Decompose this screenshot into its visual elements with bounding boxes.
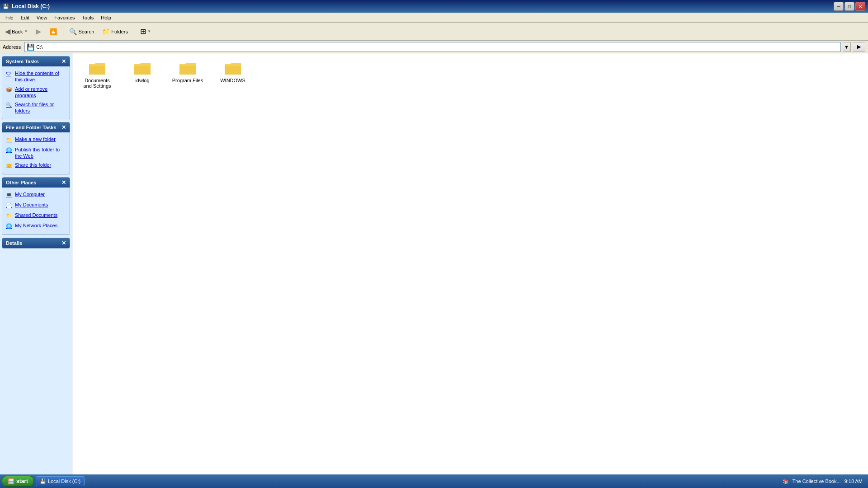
menu-view[interactable]: View (33, 14, 51, 21)
close-button[interactable]: ✕ (855, 2, 865, 11)
go-arrow-icon: ▶ (857, 44, 861, 50)
publish-folder-link[interactable]: 🌐 Publish this folder to the Web (4, 145, 68, 160)
my-network-places-link[interactable]: 🌐 My Network Places (4, 221, 68, 231)
taskbar-open-window[interactable]: 💾 Local Disk (C:) (36, 476, 85, 486)
shield-icon: 🛡 (6, 70, 13, 78)
other-places-panel: Other Places ✕ 💻 My Computer 📄 My Docume… (2, 177, 70, 235)
publish-folder-label: Publish this folder to the Web (15, 146, 66, 160)
title-bar: 💾 Local Disk (C:) ─ □ ✕ (0, 0, 868, 13)
taskbar-right: 📚 The Collective Book... 9:18 AM (783, 479, 866, 484)
search-label: Search (78, 29, 94, 34)
folders-button[interactable]: 📁 Folders (99, 24, 131, 39)
search-files-icon: 🔍 (6, 102, 13, 109)
back-button[interactable]: ◀ Back ▼ (2, 24, 31, 39)
address-input[interactable] (36, 44, 839, 50)
system-tasks-collapse-icon[interactable]: ✕ (61, 58, 66, 65)
shared-documents-link[interactable]: 📁 Shared Documents (4, 211, 68, 221)
window-title: Local Disk (C:) (12, 3, 50, 9)
folder-program-files[interactable]: Program Files (167, 58, 208, 92)
forward-button[interactable]: ▶ (33, 24, 44, 39)
shared-documents-icon: 📁 (6, 212, 13, 220)
details-expand-icon[interactable]: ✕ (61, 240, 66, 246)
menu-help[interactable]: Help (97, 14, 115, 21)
details-title: Details (6, 240, 22, 246)
start-label: start (16, 478, 28, 484)
search-files-label: Search for files or folders (15, 101, 66, 114)
search-icon: 🔍 (69, 28, 77, 35)
taskbar: 🪟 start 💾 Local Disk (C:) 📚 The Collecti… (0, 474, 868, 488)
my-documents-link[interactable]: 📄 My Documents (4, 201, 68, 210)
address-drive-icon: 💾 (27, 43, 34, 51)
taskbar-open-label: Local Disk (C:) (48, 479, 80, 484)
folder-windows[interactable]: WINDOWS (212, 58, 253, 92)
maximize-button[interactable]: □ (844, 2, 854, 11)
my-documents-label: My Documents (15, 202, 48, 208)
menu-bar: File Edit View Favorites Tools Help (0, 13, 868, 23)
toolbar: ◀ Back ▼ ▶ 🔼 🔍 Search 📁 Folders ⊞ ▼ (0, 23, 868, 41)
my-documents-icon: 📄 (6, 202, 13, 209)
main-layout: System Tasks ✕ 🛡 Hide the contents of th… (0, 53, 868, 474)
share-folder-label: Share this folder (15, 162, 51, 168)
menu-tools[interactable]: Tools (79, 14, 98, 21)
make-new-folder-link[interactable]: 📁 Make a new folder (4, 135, 68, 145)
clock: 9:18 AM (844, 479, 863, 484)
views-button[interactable]: ⊞ ▼ (137, 24, 154, 39)
menu-favorites[interactable]: Favorites (51, 14, 78, 21)
address-go-button[interactable]: ▶ (853, 42, 865, 52)
other-places-header[interactable]: Other Places ✕ (2, 178, 70, 188)
minimize-button[interactable]: ─ (834, 2, 844, 11)
window-icon: 💾 (3, 4, 9, 9)
share-icon: 🤝 (6, 162, 13, 169)
hide-contents-link[interactable]: 🛡 Hide the contents of this drive (4, 69, 68, 84)
file-folder-tasks-body: 📁 Make a new folder 🌐 Publish this folde… (2, 132, 70, 174)
folder-icon-program-files (179, 61, 197, 76)
details-panel: Details ✕ (2, 238, 70, 249)
folder-icon-idwlog (133, 61, 151, 76)
taskbar-window-icon: 💾 (40, 479, 46, 484)
menu-edit[interactable]: Edit (17, 14, 33, 21)
system-tasks-title: System Tasks (6, 59, 39, 64)
title-bar-left: 💾 Local Disk (C:) (3, 3, 50, 9)
address-label: Address (3, 44, 21, 50)
tray-text: The Collective Book... (793, 479, 841, 484)
add-remove-programs-link[interactable]: 📦 Add or remove programs (4, 85, 68, 100)
my-computer-label: My Computer (15, 191, 45, 197)
file-folder-tasks-header[interactable]: File and Folder Tasks ✕ (2, 122, 70, 132)
address-dropdown-button[interactable]: ▼ (843, 42, 851, 52)
forward-arrow-icon: ▶ (36, 27, 41, 36)
folder-grid: Documents and Settings idwlog (77, 58, 863, 92)
content-area[interactable]: Documents and Settings idwlog (72, 53, 868, 474)
other-places-body: 💻 My Computer 📄 My Documents 📁 Shared Do… (2, 188, 70, 235)
folder-documents-and-settings[interactable]: Documents and Settings (77, 58, 118, 92)
folder-idwlog[interactable]: idwlog (122, 58, 163, 92)
my-network-places-label: My Network Places (15, 222, 57, 229)
search-button[interactable]: 🔍 Search (66, 24, 97, 39)
system-tasks-panel: System Tasks ✕ 🛡 Hide the contents of th… (2, 56, 70, 119)
folder-label-program-files: Program Files (172, 78, 203, 83)
other-places-collapse-icon[interactable]: ✕ (61, 179, 66, 186)
back-arrow-icon: ◀ (5, 27, 10, 36)
shared-documents-label: Shared Documents (15, 212, 57, 218)
details-header[interactable]: Details ✕ (2, 238, 70, 248)
new-folder-icon: 📁 (6, 136, 13, 144)
my-network-icon: 🌐 (6, 223, 13, 230)
file-folder-tasks-title: File and Folder Tasks (6, 125, 57, 130)
my-computer-link[interactable]: 💻 My Computer (4, 190, 68, 200)
share-folder-link[interactable]: 🤝 Share this folder (4, 161, 68, 170)
make-new-folder-label: Make a new folder (15, 136, 56, 142)
back-label: Back (12, 29, 23, 34)
folders-label: Folders (111, 29, 128, 34)
search-files-link[interactable]: 🔍 Search for files or folders (4, 100, 68, 115)
folders-icon: 📁 (102, 28, 110, 35)
back-dropdown-icon: ▼ (24, 29, 28, 33)
start-button[interactable]: 🪟 start (2, 476, 34, 487)
menu-file[interactable]: File (2, 14, 17, 21)
views-icon: ⊞ (140, 27, 146, 36)
system-tasks-header[interactable]: System Tasks ✕ (2, 56, 70, 66)
toolbar-sep-2 (134, 25, 134, 38)
tray-icon: 📚 (783, 479, 789, 484)
system-tasks-body: 🛡 Hide the contents of this drive 📦 Add … (2, 66, 70, 119)
up-button[interactable]: 🔼 (46, 24, 60, 39)
folder-icon-documents-and-settings (88, 61, 106, 76)
file-folder-tasks-collapse-icon[interactable]: ✕ (61, 124, 66, 131)
